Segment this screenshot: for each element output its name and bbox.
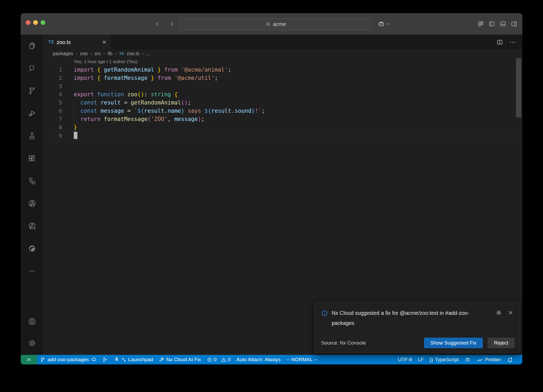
search-value: acme (273, 21, 286, 27)
code-line[interactable]: 9 (43, 131, 522, 140)
nav-forward-icon[interactable] (168, 20, 176, 28)
edge-tools-icon[interactable] (28, 244, 36, 253)
zoom-window-button[interactable] (41, 20, 45, 25)
codelens-blame[interactable]: You, 1 hour ago | 1 author (You) (74, 59, 137, 64)
editor-more-actions-icon[interactable]: ⋯ (509, 38, 516, 46)
copilot-icon (465, 356, 471, 363)
breadcrumb-item[interactable]: zoo (80, 51, 88, 56)
toggle-primary-sidebar-icon[interactable] (488, 20, 495, 27)
bell-dot-icon (507, 357, 513, 363)
nx-console-icon[interactable] (28, 199, 36, 208)
tab-label: zoo.ts (56, 39, 71, 45)
error-icon (207, 357, 212, 363)
launchpad-label: Launchpad (128, 357, 153, 363)
code-line[interactable]: 4export function zoo(): string { (43, 90, 522, 98)
line-number: 6 (43, 108, 62, 114)
breadcrumb-item[interactable]: lib (108, 51, 112, 56)
vim-mode-status[interactable]: -- NORMAL -- (283, 355, 320, 364)
command-center-search[interactable]: acme (179, 18, 372, 30)
tab-zoo-ts[interactable]: TS zoo.ts × (43, 35, 111, 50)
chevron-right-icon: › (76, 51, 77, 56)
chevron-down-icon (386, 22, 391, 26)
close-tab-icon[interactable]: × (102, 39, 106, 45)
testing-icon[interactable] (28, 132, 36, 140)
accounts-icon[interactable] (28, 317, 36, 326)
activity-bar (21, 35, 43, 355)
rocket-icon (114, 357, 120, 363)
minimize-window-button[interactable] (33, 20, 38, 25)
notification-toast: Nx Cloud suggested a fix for @acme/zoo:t… (314, 302, 520, 353)
close-window-button[interactable] (26, 20, 30, 25)
chevron-right-icon: › (90, 51, 92, 56)
encoding-status[interactable]: UTF-8 (395, 355, 415, 364)
show-suggested-fix-button[interactable]: Show Suggested Fix (424, 338, 483, 348)
line-number: 7 (43, 116, 62, 122)
remote-icon (26, 357, 32, 363)
toggle-panel-icon[interactable] (500, 20, 506, 27)
title-bar: acme (21, 13, 522, 35)
chevron-right-icon: › (142, 51, 144, 56)
wrench-icon (159, 357, 164, 363)
nx-cloud-ai-fix-button[interactable]: Nx Cloud AI Fix (156, 355, 204, 364)
notification-close-icon[interactable] (508, 310, 514, 316)
nav-back-icon[interactable] (153, 20, 162, 28)
code-line[interactable]: 1import { getRandomAnimal } from '@acme/… (43, 66, 522, 74)
notifications-bell[interactable] (504, 355, 516, 364)
project-hierarchy-icon[interactable] (28, 177, 36, 185)
nx-fix-label: Nx Cloud AI Fix (166, 357, 201, 363)
braces-icon: {} (430, 357, 433, 363)
toggle-secondary-sidebar-icon[interactable] (511, 20, 518, 27)
code-line[interactable]: 5 const result = getRandomAnimal(); (43, 98, 522, 107)
customize-layout-icon[interactable] (477, 20, 484, 27)
copilot-menu[interactable] (377, 13, 391, 34)
notification-settings-gear-icon[interactable] (496, 310, 502, 316)
line-number: 2 (43, 75, 62, 81)
nx-cloud-icon[interactable] (28, 222, 36, 230)
formatter-status[interactable]: Prettier (474, 355, 504, 364)
extensions-icon[interactable] (28, 154, 36, 163)
warning-count: 0 (228, 357, 231, 363)
eol-status[interactable]: LF (415, 355, 427, 364)
code-line[interactable]: 3 (43, 82, 522, 90)
error-count: 0 (214, 357, 217, 363)
breadcrumb-item[interactable]: packages (53, 51, 73, 56)
breadcrumb-overflow[interactable]: ... (146, 51, 150, 56)
tab-bar: TS zoo.ts × ⋯ (43, 35, 522, 50)
typescript-file-icon: TS (119, 51, 124, 56)
settings-gear-icon[interactable] (28, 339, 36, 347)
line-number: 3 (43, 83, 62, 89)
code-line[interactable]: 2import { formatMessage } from '@acme/ut… (43, 74, 522, 82)
code-line[interactable]: 7 return formatMessage('ZOO', message); (43, 115, 522, 123)
code-line[interactable]: 6 const message = `${result.name} says $… (43, 107, 522, 115)
editor-scrollbar[interactable] (516, 58, 521, 117)
problems-status[interactable]: 0 0 (204, 355, 233, 364)
launchpad-button[interactable]: Launchpad (111, 355, 156, 364)
more-views-icon[interactable] (28, 267, 36, 275)
copilot-icon (377, 20, 385, 28)
remote-indicator[interactable] (21, 355, 37, 364)
search-icon[interactable] (28, 64, 36, 72)
line-number: 9 (43, 132, 62, 139)
source-control-icon[interactable] (28, 86, 36, 95)
breadcrumb: packages› zoo› src› lib› TS zoo.ts› ... (43, 50, 522, 58)
traffic-lights (26, 20, 45, 25)
auto-attach-status[interactable]: Auto Attach: Always (233, 355, 283, 364)
explorer-icon[interactable] (28, 41, 36, 50)
commit-graph-icon (102, 357, 108, 363)
breadcrumb-item[interactable]: src (94, 51, 101, 56)
notification-source: Source: Nx Console (321, 340, 366, 346)
copilot-status[interactable] (462, 355, 474, 364)
breadcrumb-file[interactable]: zoo.ts (127, 51, 139, 56)
commit-graph-button[interactable] (99, 355, 111, 364)
info-icon (321, 308, 328, 317)
git-branch-status[interactable]: add-zoo-packages (37, 355, 99, 364)
language-status[interactable]: {} TypeScript (427, 355, 461, 364)
line-number: 8 (43, 124, 62, 130)
reject-button[interactable]: Reject (488, 338, 515, 348)
code-line[interactable]: 8} (43, 123, 522, 131)
split-editor-icon[interactable] (496, 39, 503, 46)
code-lines: 1import { getRandomAnimal } from '@acme/… (43, 66, 522, 140)
run-debug-icon[interactable] (28, 109, 36, 117)
typescript-file-icon: TS (48, 40, 54, 45)
editor-cursor (74, 132, 77, 139)
